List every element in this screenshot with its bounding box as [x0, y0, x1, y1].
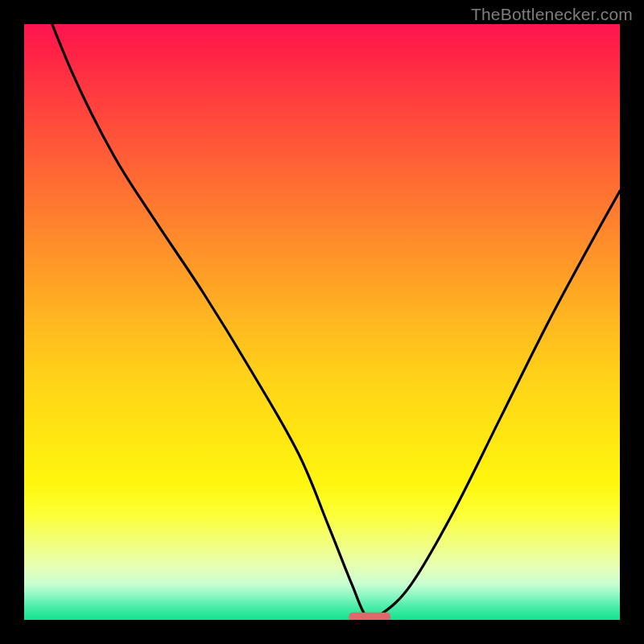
watermark-text: TheBottlenecker.com — [471, 5, 633, 24]
chart-frame: TheBottlenecker.com — [0, 0, 644, 644]
bottleneck-curve — [24, 24, 620, 620]
curve-layer — [24, 24, 620, 620]
optimal-marker — [349, 613, 390, 620]
plot-area — [24, 24, 620, 620]
